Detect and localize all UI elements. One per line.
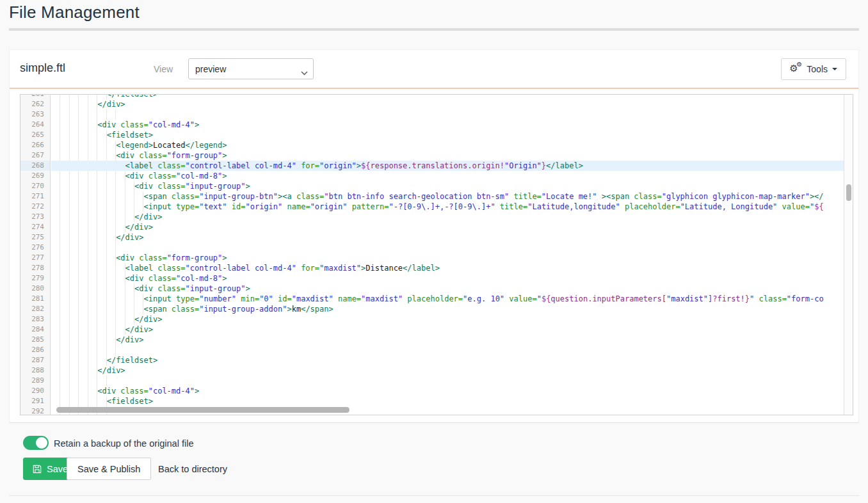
line-number: 285 xyxy=(20,335,50,345)
code-line: <label class="control-label col-md-4" fo… xyxy=(51,263,844,273)
code-line: </div> xyxy=(51,99,844,109)
view-select[interactable]: preview xyxy=(188,58,314,79)
line-number: 292 xyxy=(20,406,50,415)
code-line: <div class="col-md-4"> xyxy=(51,386,844,396)
code-line: <div class="col-md-8"> xyxy=(51,171,844,181)
code-line: </div> xyxy=(51,222,844,232)
code-line: <span class="input-group-addon">km</span… xyxy=(51,304,844,314)
tools-button-label: Tools xyxy=(807,64,828,74)
code-line: <label class="control-label col-md-4" fo… xyxy=(51,161,844,171)
code-line: <fieldset> xyxy=(51,130,844,140)
horizontal-scrollbar-thumb[interactable] xyxy=(56,407,350,413)
line-number: 267 xyxy=(20,150,50,161)
line-number: 261 xyxy=(20,95,50,99)
line-number: 274 xyxy=(20,222,50,232)
caret-down-icon xyxy=(832,68,837,70)
line-number: 269 xyxy=(20,171,50,181)
code-lines: </fieldset></div><div class="col-md-4"><… xyxy=(51,95,844,415)
line-number: 276 xyxy=(20,243,50,253)
bottom-divider xyxy=(9,495,859,496)
line-number: 266 xyxy=(20,140,50,150)
gutter-lines: 2612622632642652662672682692702712722732… xyxy=(20,95,50,415)
code-line: <div class="col-md-4"> xyxy=(51,120,844,130)
code-line: <input type="text" id="origin" name="ori… xyxy=(51,202,844,212)
line-number: 286 xyxy=(20,345,50,355)
code-pane[interactable]: </fieldset></div><div class="col-md-4"><… xyxy=(51,95,844,415)
code-line: </fieldset> xyxy=(51,95,844,99)
code-line: <fieldset> xyxy=(51,396,844,406)
line-number: 270 xyxy=(20,181,50,191)
code-line: <input type="number" min="0" id="maxdist… xyxy=(51,294,844,304)
save-button-label: Save xyxy=(47,464,68,474)
file-panel: simple.ftl View preview ⚙⚙ Tools 2612622… xyxy=(9,49,859,423)
editor-toolbar: simple.ftl View preview ⚙⚙ Tools xyxy=(10,50,858,89)
code-editor[interactable]: 2612622632642652662672682692702712722732… xyxy=(20,94,853,415)
line-number: 281 xyxy=(20,294,50,304)
save-icon xyxy=(33,465,42,474)
code-line: </div> xyxy=(51,212,844,222)
code-line: </div> xyxy=(51,365,844,376)
line-number: 268 xyxy=(20,161,50,171)
code-line xyxy=(51,345,844,355)
line-number: 279 xyxy=(20,273,50,283)
line-number: 280 xyxy=(20,283,50,294)
code-line: <div class="col-md-8"> xyxy=(51,273,844,283)
line-number: 263 xyxy=(20,109,50,120)
line-number: 283 xyxy=(20,314,50,324)
save-publish-label: Save & Publish xyxy=(77,464,140,474)
line-number: 275 xyxy=(20,232,50,243)
line-number: 282 xyxy=(20,304,50,314)
back-to-directory-link[interactable]: Back to directory xyxy=(158,458,227,480)
line-number: 277 xyxy=(20,253,50,263)
code-line: <legend>Located</legend> xyxy=(51,140,844,150)
code-line xyxy=(51,376,844,386)
line-number: 290 xyxy=(20,386,50,396)
code-line: <div class="form-group"> xyxy=(51,253,844,263)
vertical-scrollbar[interactable] xyxy=(844,95,853,415)
title-divider xyxy=(9,28,859,31)
save-publish-button[interactable]: Save & Publish xyxy=(67,458,151,480)
line-number: 273 xyxy=(20,212,50,222)
code-line: <div class="input-group"> xyxy=(51,181,844,191)
code-line xyxy=(51,109,844,120)
code-line: </fieldset> xyxy=(51,355,844,365)
backup-toggle-label: Retain a backup of the original file xyxy=(54,438,193,449)
view-select-wrap: preview xyxy=(188,58,314,79)
backup-toggle[interactable] xyxy=(23,436,49,450)
code-line: </div> xyxy=(51,324,844,335)
filename-label: simple.ftl xyxy=(20,61,65,75)
toggle-knob xyxy=(36,437,47,449)
line-number: 272 xyxy=(20,202,50,212)
vertical-scrollbar-thumb[interactable] xyxy=(846,184,851,201)
line-number: 288 xyxy=(20,365,50,376)
line-number: 264 xyxy=(20,120,50,130)
line-number: 289 xyxy=(20,376,50,386)
code-line: </div> xyxy=(51,232,844,243)
line-number: 284 xyxy=(20,324,50,335)
code-line: <div class="form-group"> xyxy=(51,150,844,161)
back-to-directory-label: Back to directory xyxy=(158,464,227,474)
code-line: <div class="input-group"> xyxy=(51,283,844,294)
page-title: File Management xyxy=(9,3,140,22)
line-number: 291 xyxy=(20,396,50,406)
code-line: </div> xyxy=(51,314,844,324)
line-number: 278 xyxy=(20,263,50,273)
view-label: View xyxy=(154,64,173,74)
code-line: <span class="input-group-btn"><a class="… xyxy=(51,191,844,202)
line-number: 265 xyxy=(20,130,50,140)
code-line: </div> xyxy=(51,335,844,345)
line-number: 287 xyxy=(20,355,50,365)
tools-button[interactable]: ⚙⚙ Tools xyxy=(781,58,846,80)
code-line xyxy=(51,243,844,253)
line-number-gutter: 2612622632642652662672682692702712722732… xyxy=(20,95,51,415)
line-number: 271 xyxy=(20,191,50,202)
line-number: 262 xyxy=(20,99,50,109)
cogs-icon: ⚙⚙ xyxy=(790,64,802,74)
